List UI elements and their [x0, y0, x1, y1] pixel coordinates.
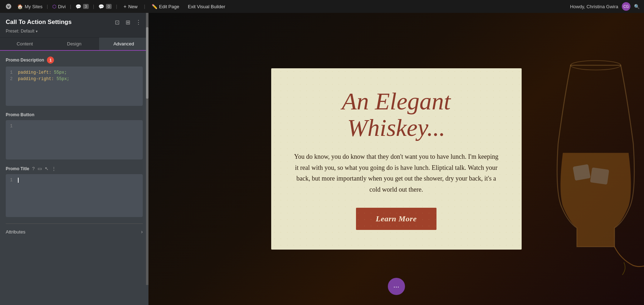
promo-title-editor[interactable]: 1 [6, 174, 143, 217]
learn-more-label: Learn More [376, 214, 416, 223]
promo-title-label: Promo Title [6, 166, 29, 171]
exit-builder-button[interactable]: Exit Visual Builder [186, 3, 228, 10]
nav-divider-2: | [70, 4, 71, 9]
cta-title: An Elegant Whiskey... [293, 88, 500, 142]
svg-rect-1 [590, 167, 609, 185]
promo-title-mobile-icon[interactable]: ▭ [38, 166, 42, 171]
plus-icon: + [123, 4, 126, 9]
divi-label: Divi [58, 4, 66, 9]
floating-action-button[interactable]: ··· [388, 278, 405, 295]
promo-title-cursor-icon[interactable]: ↖ [45, 166, 49, 171]
comments-count: 3 [83, 4, 89, 9]
preset-arrow-icon: ▾ [36, 29, 38, 33]
cta-card: An Elegant Whiskey... You do know, you d… [271, 68, 522, 250]
user-avatar[interactable]: CG [622, 2, 630, 11]
scroll-indicator[interactable] [146, 13, 148, 285]
promo-description-label: Promo Description 1 [6, 56, 143, 64]
my-sites-nav[interactable]: 🏠 My Sites [17, 4, 43, 9]
drafts-count: 0 [106, 4, 112, 9]
more-options-icon[interactable]: ⋮ [134, 18, 143, 26]
promo-button-label: Promo Button [6, 112, 34, 117]
comments-nav[interactable]: 💬 3 [75, 4, 89, 9]
promo-description-section: Promo Description 1 1 padding-left: 55px… [6, 56, 143, 106]
left-panel-wrapper: Call To Action Settings ⊡ ⊞ ⋮ Preset: De… [0, 13, 148, 305]
pencil-icon: ✏️ [152, 4, 157, 9]
exit-builder-label: Exit Visual Builder [188, 4, 225, 9]
new-label: New [128, 4, 137, 9]
panel-title: Call To Action Settings [6, 19, 72, 26]
top-nav-right: Howdy, Christina Gwira CG 🔍 [570, 2, 640, 11]
preset-label: Preset: [6, 29, 19, 34]
nav-divider-4: | [116, 4, 117, 9]
promo-title-section: Promo Title ? ▭ ↖ ⋮ 1 [6, 166, 143, 217]
new-button[interactable]: + New [121, 3, 140, 10]
user-greeting: Howdy, Christina Gwira [570, 4, 618, 9]
nav-divider-3: | [93, 4, 94, 9]
tab-design[interactable]: Design [49, 38, 99, 51]
cta-title-text: An Elegant Whiskey... [342, 88, 450, 142]
drafts-nav[interactable]: 💬 0 [98, 4, 112, 9]
panel-tabs: Content Design Advanced [0, 38, 148, 51]
preset-value[interactable]: Default [21, 29, 34, 34]
wordpress-icon[interactable] [4, 2, 13, 11]
columns-icon[interactable]: ⊞ [123, 18, 132, 26]
comment-icon: 💬 [75, 4, 81, 9]
promo-description-badge: 1 [47, 56, 54, 64]
tab-content[interactable]: Content [0, 38, 49, 51]
code-line-btn: 1 [10, 124, 138, 129]
panel-header: Call To Action Settings ⊡ ⊞ ⋮ Preset: De… [0, 13, 148, 38]
whiskey-glass-svg [533, 34, 644, 284]
my-sites-icon: 🏠 [17, 4, 23, 9]
attributes-label: Attributes [6, 229, 25, 235]
attributes-chevron-icon: › [141, 229, 143, 235]
tab-advanced[interactable]: Advanced [99, 38, 148, 51]
settings-panel: Call To Action Settings ⊡ ⊞ ⋮ Preset: De… [0, 13, 148, 305]
top-nav-left: 🏠 My Sites | ⬡ Divi | 💬 3 | 💬 0 | + New … [4, 2, 565, 11]
divi-nav[interactable]: ⬡ Divi [52, 4, 66, 9]
promo-title-more-icon[interactable]: ⋮ [52, 166, 56, 171]
promo-title-help-icon[interactable]: ? [32, 166, 35, 171]
promo-button-label-row: Promo Button [6, 112, 143, 117]
attributes-section: Attributes › [6, 223, 143, 235]
code-line-title: 1 [10, 178, 138, 183]
promo-button-section: Promo Button 1 [6, 112, 143, 159]
my-sites-label: My Sites [25, 4, 43, 9]
learn-more-button[interactable]: Learn More [356, 208, 436, 230]
draft-icon: 💬 [98, 4, 104, 9]
restore-icon[interactable]: ⊡ [113, 18, 121, 26]
edit-page-button[interactable]: ✏️ Edit Page [150, 3, 181, 10]
edit-page-label: Edit Page [159, 4, 179, 9]
search-icon[interactable]: 🔍 [634, 4, 640, 9]
panel-header-actions: ⊡ ⊞ ⋮ [113, 18, 143, 26]
scroll-thumb [146, 27, 148, 99]
divi-icon: ⬡ [52, 4, 56, 9]
cta-body: You do know, you do know that they don't… [293, 151, 500, 195]
main-area: Call To Action Settings ⊡ ⊞ ⋮ Preset: De… [0, 13, 644, 305]
top-nav-bar: 🏠 My Sites | ⬡ Divi | 💬 3 | 💬 0 | + New … [0, 0, 644, 13]
canvas-area: An Elegant Whiskey... You do know, you d… [148, 13, 644, 305]
preset-row: Preset: Default ▾ [6, 29, 143, 34]
promo-title-label-row: Promo Title ? ▭ ↖ ⋮ [6, 166, 143, 171]
panel-content: Promo Description 1 1 padding-left: 55px… [0, 51, 148, 305]
fab-dots-icon: ··· [393, 282, 399, 291]
promo-button-editor[interactable]: 1 [6, 120, 143, 159]
attributes-header[interactable]: Attributes › [6, 229, 143, 235]
promo-description-editor[interactable]: 1 padding-left: 55px; 2 padding-right: 5… [6, 67, 143, 106]
nav-divider-5: | [144, 4, 145, 9]
code-line-1: 1 padding-left: 55px; [10, 70, 138, 75]
svg-rect-0 [573, 164, 591, 180]
code-line-2: 2 padding-right: 55px; [10, 77, 138, 82]
nav-divider-1: | [47, 4, 48, 9]
cta-body-text: You do know, you do know that they don't… [294, 153, 498, 193]
